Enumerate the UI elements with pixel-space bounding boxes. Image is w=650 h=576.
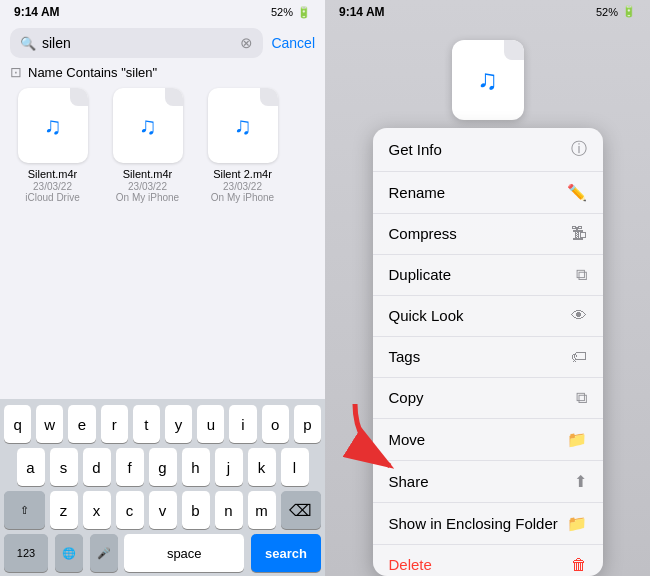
menu-item-rename[interactable]: Rename ✏️ [373, 172, 603, 214]
key-w[interactable]: w [36, 405, 63, 443]
left-phone: 9:14 AM 52% 🔋 🔍 ⊗ Cancel ⊡ Name Contains… [0, 0, 325, 576]
keyboard-bottom-row: 123 🌐 🎤 space search [4, 534, 321, 572]
file-loc-2: On My iPhone [116, 192, 179, 203]
menu-label-compress: Compress [389, 225, 457, 242]
key-mic[interactable]: 🎤 [90, 534, 118, 572]
key-y[interactable]: y [165, 405, 192, 443]
folder-move-icon: 📁 [567, 430, 587, 449]
compress-icon: 🗜 [571, 225, 587, 243]
right-phone: 9:14 AM 52% 🔋 ♫ Get Info ⓘ Rename ✏️ Com… [325, 0, 650, 576]
key-x[interactable]: x [83, 491, 111, 529]
key-shift[interactable]: ⇧ [4, 491, 45, 529]
key-v[interactable]: v [149, 491, 177, 529]
key-h[interactable]: h [182, 448, 210, 486]
file-name-3: Silent 2.m4r [213, 167, 272, 181]
eye-icon: 👁 [571, 307, 587, 325]
magnifier-icon: 🔍 [20, 36, 36, 51]
keyboard-row-1: q w e r t y u i o p [4, 405, 321, 443]
key-k[interactable]: k [248, 448, 276, 486]
key-num[interactable]: 123 [4, 534, 48, 572]
filter-label: Name Contains "silen" [28, 65, 157, 80]
key-c[interactable]: c [116, 491, 144, 529]
right-status-icons: 52% 🔋 [596, 5, 636, 18]
file-name-2: Silent.m4r [123, 167, 173, 181]
waveform-icon-3: ♫ [234, 112, 252, 140]
key-p[interactable]: p [294, 405, 321, 443]
keyboard: q w e r t y u i o p a s d f g h j k l ⇧ … [0, 399, 325, 576]
key-r[interactable]: r [101, 405, 128, 443]
key-u[interactable]: u [197, 405, 224, 443]
right-time: 9:14 AM [339, 5, 385, 19]
copy-icon: ⧉ [576, 389, 587, 407]
key-e[interactable]: e [68, 405, 95, 443]
key-o[interactable]: o [262, 405, 289, 443]
share-icon: ⬆ [574, 472, 587, 491]
file-loc-1: iCloud Drive [25, 192, 79, 203]
key-i[interactable]: i [229, 405, 256, 443]
right-battery-icon: 🔋 [622, 5, 636, 18]
list-item[interactable]: ♫ Silent.m4r 23/03/22 On My iPhone [105, 88, 190, 203]
menu-item-compress[interactable]: Compress 🗜 [373, 214, 603, 255]
info-icon: ⓘ [571, 139, 587, 160]
red-arrow-icon [335, 394, 415, 484]
key-n[interactable]: n [215, 491, 243, 529]
search-input-wrapper[interactable]: 🔍 ⊗ [10, 28, 263, 58]
menu-label-tags: Tags [389, 348, 421, 365]
cancel-button[interactable]: Cancel [271, 35, 315, 51]
key-t[interactable]: t [133, 405, 160, 443]
key-g[interactable]: g [149, 448, 177, 486]
key-s[interactable]: s [50, 448, 78, 486]
enclosing-folder-icon: 📁 [567, 514, 587, 533]
menu-label-getinfo: Get Info [389, 141, 442, 158]
key-d[interactable]: d [83, 448, 111, 486]
left-status-bar: 9:14 AM 52% 🔋 [0, 0, 325, 22]
key-m[interactable]: m [248, 491, 276, 529]
file-icon-2: ♫ [113, 88, 183, 163]
menu-item-tags[interactable]: Tags 🏷 [373, 337, 603, 378]
key-j[interactable]: j [215, 448, 243, 486]
file-date-1: 23/03/22 [33, 181, 72, 192]
key-globe[interactable]: 🌐 [55, 534, 83, 572]
arrow-container [335, 394, 415, 488]
search-clear-icon[interactable]: ⊗ [240, 34, 253, 52]
file-grid: ♫ Silent.m4r 23/03/22 iCloud Drive ♫ Sil… [0, 88, 325, 203]
list-item[interactable]: ♫ Silent.m4r 23/03/22 iCloud Drive [10, 88, 95, 203]
menu-item-duplicate[interactable]: Duplicate ⧉ [373, 255, 603, 296]
left-battery: 52% [271, 6, 293, 18]
file-name-1: Silent.m4r [28, 167, 78, 181]
file-date-3: 23/03/22 [223, 181, 262, 192]
key-z[interactable]: z [50, 491, 78, 529]
preview-file-icon: ♫ [452, 40, 524, 120]
preview-waveform-icon: ♫ [477, 64, 498, 96]
menu-item-quicklook[interactable]: Quick Look 👁 [373, 296, 603, 337]
menu-item-getinfo[interactable]: Get Info ⓘ [373, 128, 603, 172]
list-item[interactable]: ♫ Silent 2.m4r 23/03/22 On My iPhone [200, 88, 285, 203]
left-battery-icon: 🔋 [297, 6, 311, 19]
file-loc-3: On My iPhone [211, 192, 274, 203]
file-preview: ♫ [452, 40, 524, 120]
key-space[interactable]: space [124, 534, 244, 572]
menu-label-delete: Delete [389, 556, 432, 573]
key-a[interactable]: a [17, 448, 45, 486]
key-delete[interactable]: ⌫ [281, 491, 322, 529]
tag-icon: 🏷 [571, 348, 587, 366]
menu-item-show-enclosing[interactable]: Show in Enclosing Folder 📁 [373, 503, 603, 545]
menu-label-duplicate: Duplicate [389, 266, 452, 283]
left-time: 9:14 AM [14, 5, 60, 19]
waveform-icon-1: ♫ [44, 112, 62, 140]
keyboard-row-3: ⇧ z x c v b n m ⌫ [4, 491, 321, 529]
key-l[interactable]: l [281, 448, 309, 486]
file-date-2: 23/03/22 [128, 181, 167, 192]
key-b[interactable]: b [182, 491, 210, 529]
key-f[interactable]: f [116, 448, 144, 486]
right-status-bar: 9:14 AM 52% 🔋 [325, 0, 650, 22]
trash-icon: 🗑 [571, 556, 587, 574]
filter-icon: ⊡ [10, 64, 22, 80]
search-bar: 🔍 ⊗ Cancel [10, 28, 315, 58]
search-input[interactable] [42, 35, 234, 51]
key-q[interactable]: q [4, 405, 31, 443]
menu-item-delete[interactable]: Delete 🗑 [373, 545, 603, 576]
search-button[interactable]: search [251, 534, 321, 572]
duplicate-icon: ⧉ [576, 266, 587, 284]
pencil-icon: ✏️ [567, 183, 587, 202]
